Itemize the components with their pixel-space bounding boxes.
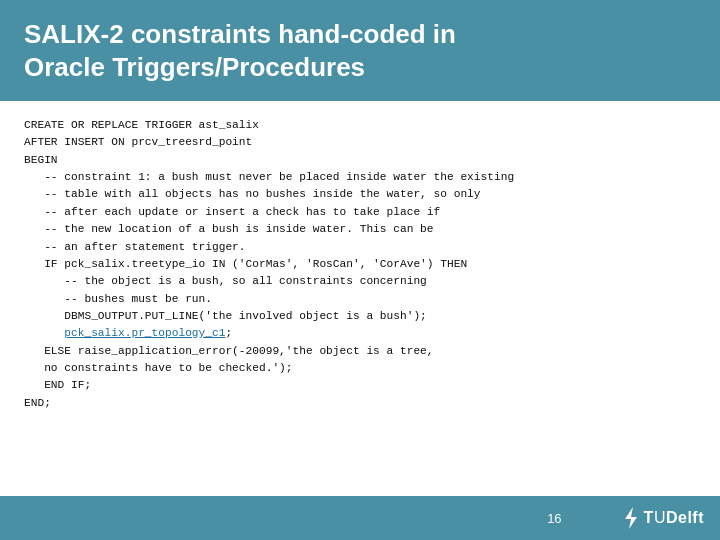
code-line: -- table with all objects has no bushes …	[24, 186, 696, 203]
code-line: -- the new location of a bush is inside …	[24, 221, 696, 238]
code-line: BEGIN	[24, 152, 696, 169]
lightning-icon	[622, 507, 640, 529]
tu-logo-text: TUDelft	[644, 509, 704, 527]
code-line: -- constraint 1: a bush must never be pl…	[24, 169, 696, 186]
code-line: -- after each update or insert a check h…	[24, 204, 696, 221]
page-number: 16	[547, 511, 561, 526]
code-line: no constraints have to be checked.');	[24, 360, 696, 377]
svg-marker-0	[625, 507, 637, 529]
footer: 16 TUDelft	[0, 496, 720, 540]
code-line: END;	[24, 395, 696, 412]
code-line: -- an after statement trigger.	[24, 239, 696, 256]
code-line: DBMS_OUTPUT.PUT_LINE('the involved objec…	[24, 308, 696, 325]
code-line: END IF;	[24, 377, 696, 394]
tu-delft-logo: TUDelft	[622, 507, 704, 529]
header: SALIX-2 constraints hand-coded in Oracle…	[0, 0, 720, 101]
code-line: CREATE OR REPLACE TRIGGER ast_salix	[24, 117, 696, 134]
code-line: -- the object is a bush, so all constrai…	[24, 273, 696, 290]
slide-title: SALIX-2 constraints hand-coded in Oracle…	[24, 18, 456, 83]
code-block: CREATE OR REPLACE TRIGGER ast_salixAFTER…	[24, 117, 696, 412]
code-line: -- bushes must be run.	[24, 291, 696, 308]
code-line: AFTER INSERT ON prcv_treesrd_point	[24, 134, 696, 151]
code-link[interactable]: pck_salix.pr_topology_c1	[64, 327, 225, 339]
content-area: CREATE OR REPLACE TRIGGER ast_salixAFTER…	[0, 101, 720, 422]
code-line: IF pck_salix.treetype_io IN ('CorMas', '…	[24, 256, 696, 273]
code-line: pck_salix.pr_topology_c1;	[24, 325, 696, 342]
code-line: ELSE raise_application_error(-20099,'the…	[24, 343, 696, 360]
